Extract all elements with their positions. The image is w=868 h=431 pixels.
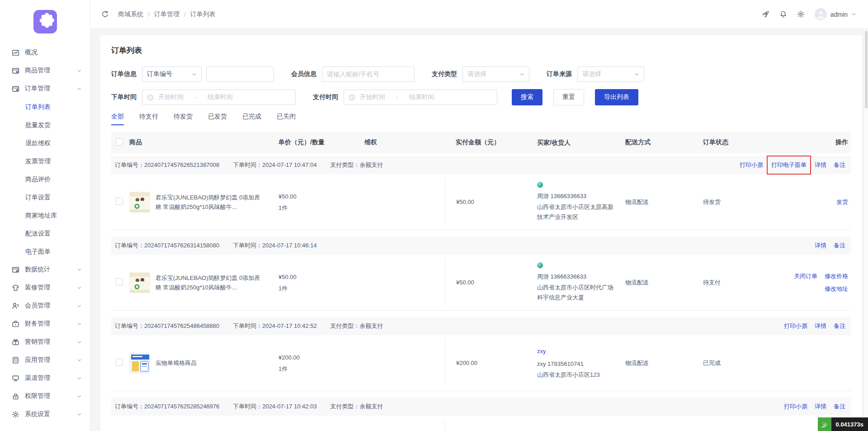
sidebar-item-finance[interactable]: 财务管理 xyxy=(0,315,90,333)
end-time-placeholder: 结束时间 xyxy=(409,93,434,101)
row-checkbox[interactable] xyxy=(116,278,123,285)
pay-type-label: 支付类型： xyxy=(330,161,359,168)
sidebar-item-overview[interactable]: 概况 xyxy=(0,43,90,62)
gear-icon[interactable] xyxy=(797,10,805,18)
tab-completed[interactable]: 已完成 xyxy=(242,113,261,125)
bell-icon[interactable] xyxy=(779,10,787,18)
row-checkbox[interactable] xyxy=(116,198,123,205)
refresh-icon[interactable] xyxy=(101,10,109,18)
breadcrumb-item[interactable]: 订单列表 xyxy=(190,10,216,19)
quantity: 1件 xyxy=(278,285,364,291)
sidebar-item-goods[interactable]: 商品管理 xyxy=(0,62,90,80)
detail-link[interactable]: 详情 xyxy=(815,161,826,169)
buyer-avatar[interactable] xyxy=(537,182,543,188)
order-source-select[interactable]: 请选择 xyxy=(577,66,644,82)
user-menu[interactable]: admin xyxy=(815,8,856,20)
remark-link[interactable]: 备注 xyxy=(834,403,845,411)
print-receipt-link[interactable]: 打印小票 xyxy=(784,322,807,330)
sidebar-item-system-settings[interactable]: 系统设置 xyxy=(0,405,90,423)
edit-price-link[interactable]: 修改价格 xyxy=(825,272,848,280)
reset-button[interactable]: 重置 xyxy=(553,89,584,105)
sidebar-item-stats[interactable]: 数据统计 xyxy=(0,260,90,279)
chevron-down-icon xyxy=(77,322,82,327)
sidebar-item-label: 商品管理 xyxy=(25,66,77,75)
sidebar-subitem-review[interactable]: 商品评价 xyxy=(0,170,90,188)
row-checkbox[interactable] xyxy=(116,359,123,366)
sidebar-subitem-order-list[interactable]: 订单列表 xyxy=(0,98,90,116)
app-logo[interactable] xyxy=(0,0,90,43)
remark-link[interactable]: 备注 xyxy=(834,322,845,330)
print-receipt-link[interactable]: 打印小票 xyxy=(740,161,763,169)
select-all-checkbox[interactable] xyxy=(116,138,123,146)
tab-shipped[interactable]: 已发货 xyxy=(208,113,227,125)
buyer-avatar[interactable] xyxy=(537,262,543,268)
remark-link[interactable]: 备注 xyxy=(834,161,845,169)
scrollbar-thumb[interactable] xyxy=(865,31,868,109)
order-info-type-select[interactable]: 订单编号 xyxy=(142,66,202,82)
member-icon xyxy=(12,302,19,310)
tab-all[interactable]: 全部 xyxy=(111,113,124,125)
edit-address-link[interactable]: 修改地址 xyxy=(825,285,848,293)
detail-link[interactable]: 详情 xyxy=(815,403,826,411)
order-info-value-input[interactable] xyxy=(206,66,274,82)
delivery-method: 物流配送 xyxy=(614,279,687,287)
sidebar-subitem-address-lib[interactable]: 商家地址库 xyxy=(0,206,90,224)
sidebar-subitem-batch-ship[interactable]: 批量发货 xyxy=(0,116,90,134)
sidebar-item-apps[interactable]: 应用管理 xyxy=(0,351,90,369)
export-button[interactable]: 导出列表 xyxy=(595,89,638,105)
sidebar-item-channels[interactable]: 渠道管理 xyxy=(0,369,90,387)
sidebar-item-members[interactable]: 会员管理 xyxy=(0,297,90,315)
member-info-input[interactable] xyxy=(322,66,415,82)
search-button[interactable]: 搜索 xyxy=(512,89,542,105)
clock-icon xyxy=(147,94,154,101)
detail-link[interactable]: 详情 xyxy=(815,242,826,250)
address: 山西省太原市小店区太原高新技术产业开发区 xyxy=(537,202,614,222)
close-order-link[interactable]: 关闭订单 xyxy=(794,272,817,280)
sidebar-subitem-order-settings[interactable]: 订单设置 xyxy=(0,188,90,206)
address: 山西省太原市小店区123 xyxy=(537,370,614,380)
rocket-icon[interactable] xyxy=(762,10,769,18)
tab-closed[interactable]: 已关闭 xyxy=(277,113,296,125)
sidebar-item-orders[interactable]: 订单管理 xyxy=(0,80,90,98)
tab-pending-shipment[interactable]: 待发货 xyxy=(174,113,193,125)
ship-link[interactable]: 发货 xyxy=(836,198,848,206)
sidebar-item-permissions[interactable]: 权限管理 xyxy=(0,387,90,405)
paid-amount: ¥50.00 xyxy=(445,259,526,306)
channel-icon xyxy=(12,374,19,382)
breadcrumb-item[interactable]: 商城系统 xyxy=(118,10,143,19)
pay-time-range-picker[interactable]: 开始时间 - 结束时间 xyxy=(344,90,497,105)
breadcrumb-item[interactable]: 订单管理 xyxy=(154,10,179,19)
chevron-down-icon xyxy=(77,285,82,290)
debug-timer-badge: 0.041373s xyxy=(818,417,868,431)
sidebar-subitem-delivery-settings[interactable]: 配送设置 xyxy=(0,224,90,242)
sidebar-subitem-e-waybill[interactable]: 电子面单 xyxy=(0,242,90,260)
paid-amount: ¥10.00 xyxy=(445,420,526,431)
sidebar-item-decoration[interactable]: 装修管理 xyxy=(0,279,90,297)
topbar: 商城系统 / 订单管理 / 订单列表 admin xyxy=(90,0,868,29)
chevron-down-icon xyxy=(77,394,82,399)
order-group: 订单编号：20240717457626521387008 下单时间：2024-0… xyxy=(111,156,851,230)
order-group: 订单编号：20240717457625486458880 下单时间：2024-0… xyxy=(111,317,851,391)
breadcrumb-separator: / xyxy=(184,11,186,18)
product-image xyxy=(129,192,150,213)
buyer-nickname-link[interactable]: zxy xyxy=(537,346,614,356)
tab-pending-payment[interactable]: 待支付 xyxy=(139,113,158,125)
thinkphp-logo-icon xyxy=(818,417,831,431)
username: admin xyxy=(830,11,848,18)
sidebar-item-marketing[interactable]: 营销管理 xyxy=(0,333,90,351)
order-time-label: 下单时间 xyxy=(111,93,137,101)
range-separator: - xyxy=(194,94,197,101)
print-e-waybill-link[interactable]: 打印电子面单 xyxy=(771,161,807,168)
print-receipt-link[interactable]: 打印小票 xyxy=(784,403,807,411)
sidebar-item-label: 应用管理 xyxy=(25,356,77,364)
select-placeholder: 请选择 xyxy=(582,70,601,78)
order-time-range-picker[interactable]: 开始时间 - 结束时间 xyxy=(142,90,296,105)
start-time-placeholder: 开始时间 xyxy=(360,93,385,101)
order-icon xyxy=(12,85,19,93)
delivery-method: 物流配送 xyxy=(614,359,687,367)
sidebar-subitem-invoice[interactable]: 发票管理 xyxy=(0,152,90,170)
remark-link[interactable]: 备注 xyxy=(834,242,845,250)
detail-link[interactable]: 详情 xyxy=(815,322,826,330)
pay-type-select[interactable]: 请选择 xyxy=(462,66,529,82)
sidebar-subitem-refund[interactable]: 退款维权 xyxy=(0,134,90,152)
